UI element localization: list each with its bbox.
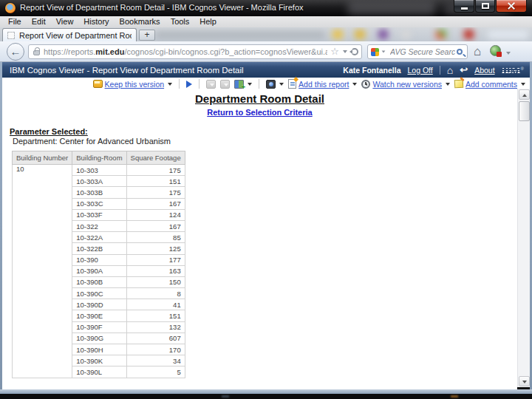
addon-globe-icon[interactable] [490,45,501,56]
window-controls [453,0,527,13]
room-detail-table: Building Number Building-Room Square Foo… [12,151,185,378]
add-report-icon [288,79,296,89]
minimize-icon [461,7,468,10]
scroll-down-button[interactable] [519,376,530,386]
menu-file[interactable]: File [3,16,27,27]
background-blur-blob [332,30,343,39]
toolbar-separator [259,79,259,89]
cognos-header-right: Kate Fontanella Log Off ⌂ ↩ About IBM® [343,64,524,76]
taskbar-hint [451,395,458,398]
url-bar[interactable]: https://reports.mit.edu/cognos/cgi-bin/c… [28,44,362,59]
keep-version-icon [93,80,103,88]
toolbar-separator [199,79,200,89]
vertical-scrollbar[interactable] [517,89,530,387]
close-button[interactable] [496,0,527,13]
report-content: Department Room Detail Return to Selecti… [2,90,517,389]
chevron-down-icon[interactable] [168,83,172,86]
add-comments-label[interactable]: Add comments [466,80,517,89]
view-format-button[interactable] [266,80,284,89]
active-tab[interactable]: Report View of Department Room Detail ..… [2,28,137,41]
chevron-down-icon[interactable] [521,83,525,86]
building-room-cell: 10-390H [72,344,126,355]
building-room-cell: 10-390L [72,366,126,378]
window-title-bar[interactable]: Report View of Department Room Detail - … [0,0,532,16]
background-blur-blob [155,31,325,38]
url-bar-icons: ☆ [330,48,358,55]
search-box[interactable] [367,44,468,59]
parameter-value: Department: Center for Advanced Urbanism [13,137,171,146]
url-scheme: https://reports. [44,47,95,56]
square-footage-cell: 34 [126,355,185,366]
search-input[interactable] [389,47,457,57]
bookmark-star-icon[interactable]: ☆ [330,48,339,55]
url-text: https://reports.mit.edu/cognos/cgi-bin/c… [44,47,327,56]
square-footage-cell: 150 [126,276,185,287]
menu-bar: File Edit View History Bookmarks Tools H… [0,16,532,27]
square-footage-cell: 175 [126,165,185,176]
search-engine-dropdown-icon[interactable] [382,50,386,52]
table-header: Building Number Building-Room Square Foo… [13,151,185,165]
menu-edit[interactable]: Edit [27,16,51,27]
chevron-down-icon[interactable] [352,83,357,86]
scroll-up-button[interactable] [519,89,530,100]
search-icon[interactable] [457,49,463,55]
window-title: Report View of Department Room Detail - … [20,3,304,12]
cognos-title: IBM Cognos Viewer - Report View of Depar… [10,66,244,75]
chevron-down-icon[interactable] [248,83,252,86]
menu-history[interactable]: History [78,16,114,27]
building-room-cell: 10-303A [72,176,126,187]
about-link[interactable]: About [474,66,494,75]
scrollbar-thumb[interactable] [519,101,530,121]
building-number-cell: 10 [13,165,72,378]
taskbar-hint [222,395,229,398]
square-footage-cell: 5 [126,366,185,378]
building-room-cell: 10-322A [72,232,126,243]
building-room-cell: 10-390C [72,288,126,299]
chevron-down-icon[interactable] [446,83,450,86]
goto-related-links-button[interactable] [234,80,252,89]
building-room-cell: 10-303 [72,165,126,176]
minimize-button[interactable] [454,0,474,13]
arrow-down-icon [522,381,527,383]
menu-tools[interactable]: Tools [166,16,195,27]
home-button[interactable]: ⌂ [474,44,481,60]
square-footage-cell: 177 [126,254,185,265]
tab-bar: Report View of Department Room Detail ..… [0,27,532,41]
add-report-label[interactable]: Add this report [299,80,349,89]
reload-icon[interactable] [351,48,358,55]
url-dropdown-icon[interactable] [343,50,347,53]
menu-view[interactable]: View [51,16,79,27]
column-square-footage: Square Footage [126,151,185,165]
chevron-down-icon[interactable] [279,83,284,86]
addon-dropdown-icon[interactable] [506,52,511,55]
keep-version-button[interactable]: Keep this version [93,80,173,89]
add-report-button[interactable]: Add this report [288,79,357,89]
close-icon [507,1,516,10]
square-footage-cell: 163 [126,265,185,276]
new-tab-button[interactable]: + [139,30,155,41]
return-to-selection-link[interactable]: Return to Selection Criteria [207,108,312,117]
return-link-row: Return to Selection Criteria [2,108,517,117]
toolbar-separator [179,79,180,89]
avg-search-icon[interactable] [371,48,379,56]
watch-versions-label[interactable]: Watch new versions [372,80,442,89]
menu-bookmarks[interactable]: Bookmarks [115,16,166,27]
keep-version-label[interactable]: Keep this version [105,80,165,89]
menu-help[interactable]: Help [194,16,222,27]
lock-icon [33,50,40,55]
cognos-return-icon[interactable]: ↩ [460,65,468,75]
background-blur-blob [355,30,365,39]
building-room-cell: 10-390E [72,310,126,321]
run-report-icon[interactable] [186,81,192,88]
maximize-icon [482,3,489,9]
maximize-button[interactable] [475,0,495,13]
building-room-cell: 10-390 [72,254,126,265]
log-off-link[interactable]: Log Off [408,66,433,75]
watch-versions-button[interactable]: Watch new versions [361,80,450,89]
cognos-home-icon[interactable]: ⌂ [447,65,453,75]
user-name: Kate Fontanella [343,66,400,75]
column-building-room: Building-Room [72,151,126,165]
building-room-cell: 10-322 [72,220,126,231]
back-button[interactable]: ← [7,43,24,61]
add-comments-button[interactable]: Add comments [454,80,525,89]
